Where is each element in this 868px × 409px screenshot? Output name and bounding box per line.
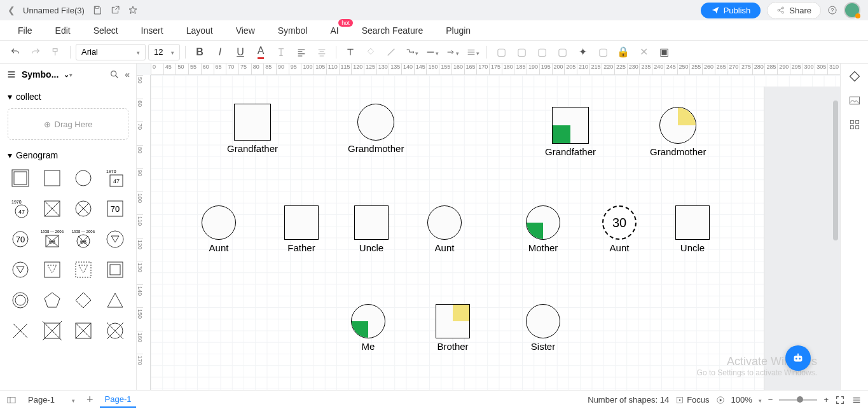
redo-button[interactable] [27, 43, 45, 61]
shape-mother[interactable]: Mother [526, 205, 560, 253]
sym-square-triangle-dash[interactable] [39, 257, 65, 282]
sym-year-circle[interactable]: 197047 [8, 196, 33, 221]
drop-area[interactable]: ⊕ Drag Here [8, 108, 128, 140]
sym-circle-x-outer[interactable] [102, 318, 128, 343]
page-tab[interactable]: Page-1 [100, 392, 137, 408]
sym-triangle-down[interactable] [102, 226, 128, 252]
shape-uncle-2[interactable]: Uncle [675, 205, 710, 253]
text-format-button[interactable] [272, 43, 290, 61]
font-select[interactable]: Arial [76, 44, 146, 60]
page-select[interactable]: Page-1 [23, 392, 80, 408]
menu-select[interactable]: Select [82, 22, 130, 39]
shape-brother[interactable]: Brother [436, 304, 470, 352]
sym-circle-68-dates[interactable]: 1938 — 200668 [71, 226, 96, 252]
arrow-start-button[interactable] [443, 43, 461, 61]
tools-button[interactable]: ✕ [635, 43, 652, 61]
user-avatar[interactable] [844, 2, 860, 18]
canvas-area[interactable]: 0455055606570758085909510010511011512012… [137, 64, 840, 390]
save-icon[interactable] [92, 5, 102, 15]
assistant-fab[interactable] [785, 345, 811, 371]
align-center-button[interactable] [313, 43, 331, 61]
sym-square-double[interactable] [8, 165, 33, 191]
text-color-button[interactable]: A [252, 43, 270, 61]
shape-grandmother-1[interactable]: Grandmother [348, 104, 404, 154]
back-icon[interactable]: ❮ [8, 5, 15, 15]
shape-grandmother-2[interactable]: Grandmother [650, 107, 706, 157]
effects-button[interactable]: ✦ [574, 43, 591, 61]
align-tool-button[interactable]: ▢ [533, 43, 551, 61]
menu-edit[interactable]: Edit [44, 22, 82, 39]
menu-file[interactable]: File [6, 22, 44, 39]
sym-circle-x[interactable] [71, 196, 96, 221]
fullscreen-icon[interactable] [835, 395, 845, 405]
underline-button[interactable]: U [231, 43, 249, 61]
menu-view[interactable]: View [224, 22, 266, 39]
connector-button[interactable] [403, 43, 420, 61]
align-left-button[interactable] [293, 43, 310, 61]
shape-aunt-2[interactable]: Aunt [427, 205, 462, 253]
shape-father[interactable]: Father [284, 205, 319, 253]
shape-aunt-1[interactable]: Aunt [202, 205, 236, 253]
sym-diamond[interactable] [71, 288, 96, 313]
sym-x-plain[interactable] [8, 318, 33, 343]
shape-aunt-3[interactable]: 30Aunt [602, 205, 637, 253]
zoom-out-button[interactable]: − [768, 395, 773, 405]
menu-layout[interactable]: Layout [175, 22, 224, 39]
publish-button[interactable]: Publish [701, 3, 761, 18]
line-weight-button[interactable] [464, 43, 481, 61]
distribute-button[interactable]: ▢ [553, 43, 571, 61]
shape-sister[interactable]: Sister [526, 304, 560, 352]
sym-x-sq[interactable] [39, 318, 65, 343]
section-genogram[interactable]: ▾Genogram [8, 148, 128, 163]
ungroup-button[interactable]: ▢ [513, 43, 530, 61]
undo-button[interactable] [6, 43, 24, 61]
focus-label[interactable]: Focus [687, 395, 709, 405]
zoom-in-button[interactable]: + [823, 395, 829, 405]
sym-square-triangle-dash2[interactable] [71, 257, 96, 282]
chevron-down-icon[interactable]: ⌄ [64, 71, 72, 79]
italic-button[interactable]: I [211, 43, 229, 61]
shape-me[interactable]: Me [351, 304, 385, 352]
bold-button[interactable]: B [191, 43, 209, 61]
sym-sq-x-inner[interactable] [71, 318, 96, 343]
collapse-icon[interactable]: « [125, 69, 130, 80]
play-icon[interactable] [716, 396, 725, 405]
zoom-value[interactable]: 100% [731, 395, 752, 405]
sym-triangle-up[interactable] [102, 288, 128, 313]
menu-icon[interactable] [851, 395, 862, 405]
add-page-button[interactable]: + [86, 393, 93, 406]
image-icon[interactable] [848, 94, 861, 107]
font-size-select[interactable]: 12 [148, 44, 180, 60]
sym-square-x[interactable] [39, 196, 65, 221]
menu-plugin[interactable]: Plugin [434, 22, 482, 39]
sym-circle[interactable] [71, 165, 96, 191]
group-button[interactable]: ▢ [492, 43, 510, 61]
layers-button[interactable]: ▢ [594, 43, 612, 61]
canvas[interactable]: Grandfather Grandmother Grandfather Gran… [151, 75, 840, 390]
zoom-slider[interactable] [779, 399, 817, 401]
sym-square-inner[interactable] [102, 257, 128, 282]
style-icon[interactable] [848, 70, 861, 83]
sym-circle-small[interactable] [8, 288, 33, 313]
shape-grandfather-2[interactable]: Grandfather [545, 107, 596, 157]
menu-symbol[interactable]: Symbol [266, 22, 319, 39]
shape-grandfather-1[interactable]: Grandfather [227, 104, 278, 154]
format-painter-button[interactable] [47, 43, 65, 61]
sym-year-square[interactable]: 197047 [102, 165, 128, 191]
line-color-button[interactable] [382, 43, 400, 61]
grid-icon[interactable] [848, 118, 861, 131]
menu-insert[interactable]: Insert [130, 22, 175, 39]
outline-icon[interactable] [6, 395, 17, 405]
scrollbar-thumb[interactable] [833, 101, 838, 240]
section-collect[interactable]: ▾collect [8, 89, 128, 104]
focus-icon[interactable] [675, 396, 684, 405]
file-name[interactable]: Unnamed File(3) [23, 6, 85, 15]
sym-square[interactable] [39, 165, 65, 191]
menu-search[interactable]: Search Feature [350, 22, 435, 39]
text-tool-button[interactable] [341, 43, 359, 61]
sym-circle-triangle[interactable] [8, 257, 33, 282]
star-icon[interactable] [128, 5, 138, 15]
shape-uncle-1[interactable]: Uncle [354, 205, 389, 253]
sym-square-68-dates[interactable]: 1938 — 200668 [39, 226, 65, 252]
line-style-button[interactable] [423, 43, 441, 61]
